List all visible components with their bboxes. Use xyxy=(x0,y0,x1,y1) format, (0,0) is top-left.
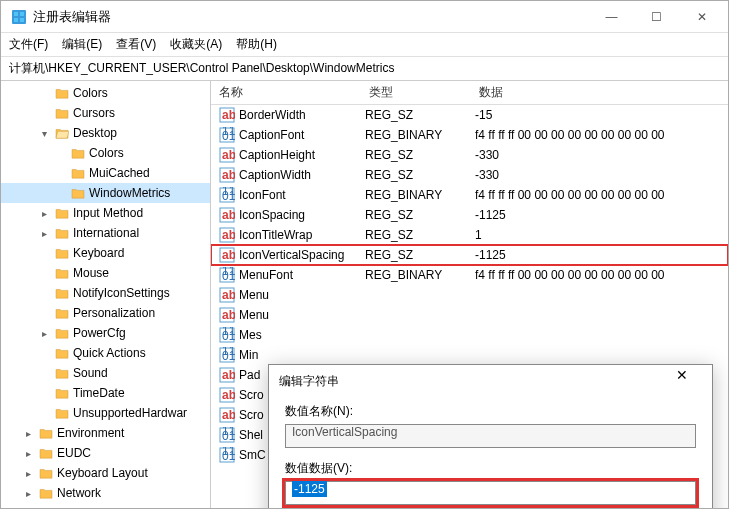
menu-favorites[interactable]: 收藏夹(A) xyxy=(170,36,222,53)
svg-rect-2 xyxy=(20,12,24,16)
folder-icon xyxy=(55,127,69,139)
expand-icon[interactable]: ▸ xyxy=(21,468,35,479)
tree-item-label: Mouse xyxy=(73,266,109,280)
list-row[interactable]: abMenu xyxy=(211,285,728,305)
tree-item-label: PowerCfg xyxy=(73,326,126,340)
cell-type: REG_BINARY xyxy=(361,268,471,282)
tree-item[interactable]: ▸Keyboard Layout xyxy=(1,463,210,483)
tree-item-label: Sound xyxy=(73,366,108,380)
expand-icon[interactable]: ▸ xyxy=(21,428,35,439)
col-data-header[interactable]: 数据 xyxy=(471,84,728,101)
binary-value-icon: 110011 xyxy=(219,187,235,203)
menu-view[interactable]: 查看(V) xyxy=(116,36,156,53)
tree-item[interactable]: Quick Actions xyxy=(1,343,210,363)
svg-rect-3 xyxy=(14,18,18,22)
menu-file[interactable]: 文件(F) xyxy=(9,36,48,53)
menu-edit[interactable]: 编辑(E) xyxy=(62,36,102,53)
expand-icon[interactable]: ▸ xyxy=(37,228,51,239)
cell-name: 110011MenuFont xyxy=(211,267,361,283)
folder-icon xyxy=(39,487,53,499)
menu-help[interactable]: 帮助(H) xyxy=(236,36,277,53)
string-value-icon: ab xyxy=(219,167,235,183)
tree-item[interactable]: MuiCached xyxy=(1,163,210,183)
tree-item[interactable]: ▸Input Method xyxy=(1,203,210,223)
list-row[interactable]: abCaptionHeightREG_SZ-330 xyxy=(211,145,728,165)
col-type-header[interactable]: 类型 xyxy=(361,84,471,101)
col-name-header[interactable]: 名称 xyxy=(211,84,361,101)
folder-icon xyxy=(55,247,69,259)
cell-name: abCaptionHeight xyxy=(211,147,361,163)
list-row[interactable]: 110011IconFontREG_BINARYf4 ff ff ff 00 0… xyxy=(211,185,728,205)
minimize-button[interactable]: — xyxy=(589,2,634,32)
folder-icon xyxy=(55,327,69,339)
tree-item[interactable]: Colors xyxy=(1,143,210,163)
string-value-icon: ab xyxy=(219,107,235,123)
tree-item[interactable]: ▸PowerCfg xyxy=(1,323,210,343)
tree-item[interactable]: ▸Environment xyxy=(1,423,210,443)
tree-item[interactable]: Colors xyxy=(1,83,210,103)
string-value-icon: ab xyxy=(219,227,235,243)
dialog-close-button[interactable]: ✕ xyxy=(662,367,702,395)
tree-item-label: Personalization xyxy=(73,306,155,320)
tree-item[interactable]: UnsupportedHardwar xyxy=(1,403,210,423)
cell-type: REG_SZ xyxy=(361,168,471,182)
tree-item[interactable]: Keyboard xyxy=(1,243,210,263)
cell-type: REG_SZ xyxy=(361,148,471,162)
tree-item[interactable]: Personalization xyxy=(1,303,210,323)
string-value-icon: ab xyxy=(219,147,235,163)
list-row[interactable]: abIconSpacingREG_SZ-1125 xyxy=(211,205,728,225)
expand-icon[interactable]: ▸ xyxy=(21,448,35,459)
tree-item-label: Desktop xyxy=(73,126,117,140)
value-data-field[interactable]: -1125 xyxy=(285,481,696,505)
tree-item-label: TimeDate xyxy=(73,386,125,400)
list-row[interactable]: abBorderWidthREG_SZ-15 xyxy=(211,105,728,125)
folder-icon xyxy=(55,107,69,119)
dialog-body: 数值名称(N): IconVerticalSpacing 数值数据(V): -1… xyxy=(269,397,712,508)
expand-icon[interactable]: ▸ xyxy=(37,328,51,339)
svg-text:ab: ab xyxy=(222,228,235,242)
list-row[interactable]: abIconTitleWrapREG_SZ1 xyxy=(211,225,728,245)
tree-item-label: Input Method xyxy=(73,206,143,220)
list-row[interactable]: 110011CaptionFontREG_BINARYf4 ff ff ff 0… xyxy=(211,125,728,145)
svg-text:ab: ab xyxy=(222,308,235,322)
list-row[interactable]: 110011Mes xyxy=(211,325,728,345)
tree-item[interactable]: Sound xyxy=(1,363,210,383)
tree-item[interactable]: Cursors xyxy=(1,103,210,123)
list-row[interactable]: abCaptionWidthREG_SZ-330 xyxy=(211,165,728,185)
maximize-button[interactable]: ☐ xyxy=(634,2,679,32)
list-row[interactable]: 110011Min xyxy=(211,345,728,365)
list-row[interactable]: abMenu xyxy=(211,305,728,325)
list-row[interactable]: 110011MenuFontREG_BINARYf4 ff ff ff 00 0… xyxy=(211,265,728,285)
tree-item[interactable]: WindowMetrics xyxy=(1,183,210,203)
list-row[interactable]: abIconVerticalSpacingREG_SZ-1125 xyxy=(211,245,728,265)
cell-type: REG_BINARY xyxy=(361,128,471,142)
close-button[interactable]: ✕ xyxy=(679,2,724,32)
svg-text:011: 011 xyxy=(222,329,235,343)
expand-icon[interactable]: ▸ xyxy=(21,488,35,499)
address-bar[interactable]: 计算机\HKEY_CURRENT_USER\Control Panel\Desk… xyxy=(1,57,728,81)
tree-item[interactable]: ▸Network xyxy=(1,483,210,503)
tree-item[interactable]: ▾Desktop xyxy=(1,123,210,143)
string-value-icon: ab xyxy=(219,287,235,303)
tree-item[interactable]: NotifyIconSettings xyxy=(1,283,210,303)
string-value-icon: ab xyxy=(219,387,235,403)
value-data-selection: -1125 xyxy=(292,481,327,497)
binary-value-icon: 110011 xyxy=(219,127,235,143)
folder-icon xyxy=(55,267,69,279)
cell-data: f4 ff ff ff 00 00 00 00 00 00 00 00 00 xyxy=(471,128,728,142)
tree-item[interactable]: TimeDate xyxy=(1,383,210,403)
tree-item[interactable]: ▸EUDC xyxy=(1,443,210,463)
svg-text:ab: ab xyxy=(222,168,235,182)
binary-value-icon: 110011 xyxy=(219,267,235,283)
tree-item[interactable]: Mouse xyxy=(1,263,210,283)
expand-icon[interactable]: ▸ xyxy=(37,208,51,219)
value-data-label: 数值数据(V): xyxy=(285,460,696,477)
folder-icon xyxy=(55,87,69,99)
tree-item[interactable]: ▸International xyxy=(1,223,210,243)
tree-view[interactable]: ColorsCursors▾DesktopColorsMuiCachedWind… xyxy=(1,81,211,508)
tree-item-label: EUDC xyxy=(57,446,91,460)
expand-icon[interactable]: ▾ xyxy=(37,128,51,139)
value-name-field[interactable]: IconVerticalSpacing xyxy=(285,424,696,448)
svg-text:011: 011 xyxy=(222,449,235,463)
dialog-titlebar: 编辑字符串 ✕ xyxy=(269,365,712,397)
